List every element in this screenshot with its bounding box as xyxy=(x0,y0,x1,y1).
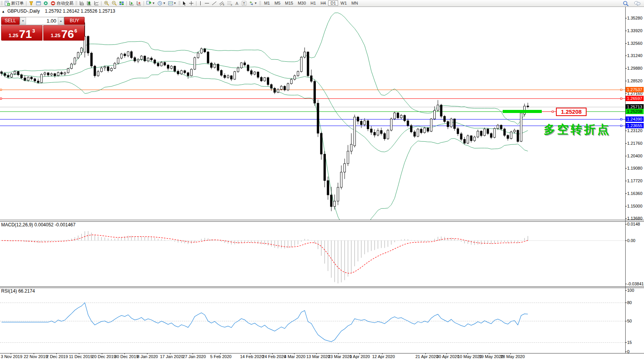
price-label-connector xyxy=(542,111,556,112)
sell-price-sup: 3 xyxy=(32,28,35,34)
volume-control: ▼ 1.00 ▲ xyxy=(20,17,64,25)
price-label-anchor[interactable] xyxy=(552,111,554,113)
buy-price-big: 76 xyxy=(61,29,74,39)
sell-price-button[interactable]: 1.25 71 3 xyxy=(1,25,42,41)
chart-ohlc-values: 1.25792 1.26142 1.25526 1.25713 xyxy=(45,8,115,14)
hline-anchor[interactable] xyxy=(620,118,622,120)
turning-point-annotation[interactable]: 多空转折点 xyxy=(544,122,611,137)
buy-price-prefix: 1.25 xyxy=(51,33,60,38)
volume-decrease-button[interactable]: ▼ xyxy=(20,17,26,25)
one-click-trading-panel: SELL ▼ 1.00 ▲ BUY 1.25 71 3 1.25 76 6 xyxy=(1,17,85,41)
chart-canvas xyxy=(0,0,644,360)
sell-button[interactable]: SELL xyxy=(1,17,20,25)
pivot-highlight-bar[interactable] xyxy=(503,110,542,113)
buy-price-button[interactable]: 1.25 76 6 xyxy=(43,25,85,41)
buy-button[interactable]: BUY xyxy=(64,17,85,25)
hline-anchor[interactable] xyxy=(620,89,622,91)
hline-anchor[interactable] xyxy=(0,89,2,91)
collapse-triangle-icon[interactable]: ▲ xyxy=(2,10,5,13)
buy-price-sup: 6 xyxy=(74,28,77,34)
hline-anchor[interactable] xyxy=(0,98,2,100)
chart-symbol-period: GBPUSD-,Daily xyxy=(7,8,40,14)
mt-terminal-window: 新订单 自动交易 xyxy=(0,0,644,360)
chart-title: ▲ GBPUSD-,Daily 1.25792 1.26142 1.25526 … xyxy=(2,8,115,14)
sell-price-prefix: 1.25 xyxy=(9,33,18,38)
volume-input[interactable]: 1.00 xyxy=(26,17,58,25)
volume-increase-button[interactable]: ▲ xyxy=(58,17,64,25)
hline-anchor[interactable] xyxy=(620,98,622,100)
sell-price-big: 71 xyxy=(19,29,32,39)
pivot-price-label[interactable]: 1.25208 xyxy=(556,108,587,116)
hline-anchor[interactable] xyxy=(620,125,622,127)
